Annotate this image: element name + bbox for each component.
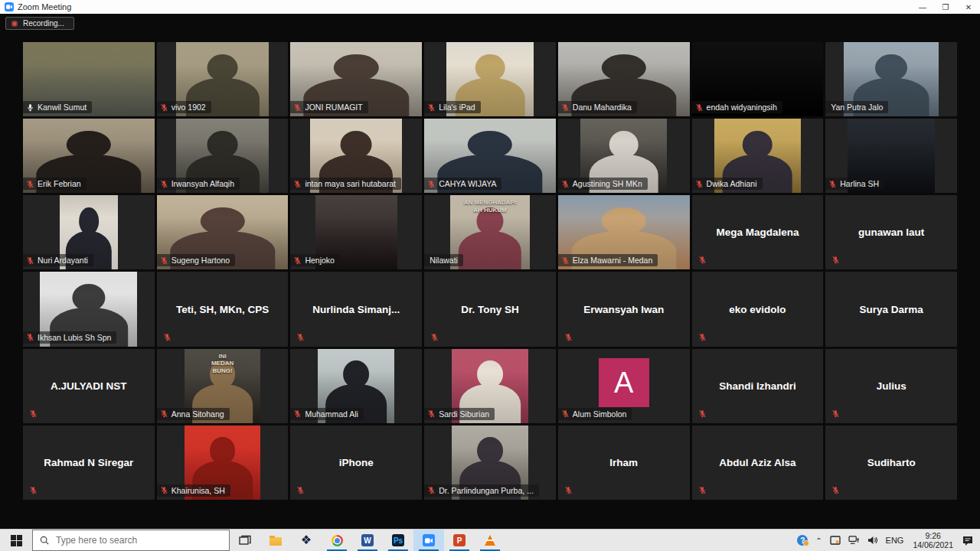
participant-tile[interactable]: Mega Magdalena — [692, 195, 824, 269]
muted-mic-icon — [698, 333, 707, 341]
taskbar-photoshop-button[interactable]: Ps — [383, 530, 413, 551]
participant-tile[interactable]: gunawan laut — [825, 195, 957, 269]
taskbar-word-button[interactable]: W — [352, 530, 383, 551]
participant-tile[interactable]: Nuri Ardayanti — [23, 195, 155, 269]
participant-tile[interactable]: Sudiharto — [825, 425, 957, 500]
recording-indicator[interactable]: Recording... — [5, 17, 74, 30]
participant-tile[interactable]: Elza Mawarni - Medan — [558, 195, 690, 269]
participant-name: Irham — [558, 425, 690, 500]
action-center-icon[interactable] — [959, 536, 977, 546]
participant-tile[interactable]: Agustining SH MKn — [558, 119, 690, 193]
participant-tile[interactable]: Yan Putra Jalo — [825, 42, 957, 116]
language-indicator[interactable]: ENG — [882, 536, 908, 545]
participant-tile[interactable]: eko evidolo — [692, 272, 824, 346]
muted-mic-icon — [561, 180, 570, 188]
muted-mic-icon — [26, 333, 34, 341]
restore-button[interactable]: ❐ — [934, 0, 957, 14]
start-button[interactable] — [0, 530, 32, 551]
close-button[interactable]: ✕ — [957, 0, 980, 14]
participant-tile[interactable]: iPhone — [290, 425, 422, 500]
participant-tile[interactable]: Surya Darma — [825, 272, 957, 346]
participant-tile[interactable]: Khairunisa, SH — [157, 425, 289, 500]
search-input[interactable] — [54, 534, 222, 546]
participant-tile[interactable]: Kanwil Sumut — [23, 42, 155, 116]
participant-tile[interactable]: INI MEDAN BUNG!Anna Sitohang — [157, 349, 289, 423]
participant-name: Sardi Siburian — [439, 409, 489, 419]
muted-mic-icon — [831, 409, 840, 418]
participant-tile[interactable]: AAlum Simbolon — [558, 349, 690, 423]
name-label: Sugeng Hartono — [157, 254, 235, 266]
participant-tile[interactable]: Dr. Parlindungan Purba, ... — [424, 425, 556, 500]
name-label: Dr. Parlindungan Purba, ... — [424, 484, 539, 497]
participant-tile[interactable]: Muhammad Ali — [290, 349, 422, 423]
participant-tile[interactable]: Sugeng Hartono — [157, 195, 289, 269]
network-icon[interactable] — [844, 536, 864, 545]
participant-name: Julius — [825, 349, 957, 423]
participant-tile[interactable]: Erwansyah Iwan — [558, 272, 690, 346]
volume-icon[interactable] — [864, 536, 882, 545]
participant-tile[interactable]: AN MENGHADAPI AH HUKUMNilawati — [424, 195, 556, 269]
participant-tile[interactable]: Irwansyah Alfaqih — [157, 119, 289, 193]
taskbar-file-explorer-button[interactable] — [260, 530, 291, 551]
word-icon: W — [361, 534, 374, 546]
muted-mic-icon — [26, 180, 34, 188]
tray-monitor-icon[interactable] — [826, 536, 844, 546]
participant-tile[interactable]: A.JULYADI NST — [23, 349, 155, 423]
system-tray: ? ⌃ ENG 9:26 14/06/2021 — [793, 530, 980, 551]
participant-tile[interactable]: Dwika Adhiani — [692, 119, 824, 193]
participant-tile[interactable]: Abdul Aziz Alsa — [692, 425, 824, 500]
participant-tile[interactable]: Harlina SH — [825, 119, 957, 193]
taskbar-dropbox-button[interactable]: ❖ — [291, 530, 322, 551]
minimize-button[interactable]: ― — [911, 0, 934, 14]
name-label: CAHYA WIJAYA — [424, 178, 501, 190]
participant-tile[interactable]: Nurlinda Simanj... — [290, 272, 422, 346]
tray-expand-chevron-icon[interactable]: ⌃ — [812, 536, 825, 545]
help-icon[interactable]: ? — [793, 535, 812, 546]
participant-tile[interactable]: intan maya sari hutabarat — [290, 119, 422, 193]
participant-tile[interactable]: JONI RUMAGIT — [290, 42, 422, 116]
participant-name: Irwansyah Alfaqih — [172, 179, 234, 188]
taskbar-chrome-button[interactable] — [322, 530, 352, 551]
participant-tile[interactable]: Dr. Tony SH — [424, 272, 556, 346]
taskbar-task-view-button[interactable] — [230, 530, 260, 551]
participant-tile[interactable]: Shandi Izhandri — [692, 349, 824, 423]
participant-name: Muhammad Ali — [305, 409, 358, 419]
window-title: Zoom Meeting — [18, 2, 71, 11]
participant-tile[interactable]: Rahmad N Siregar — [23, 425, 155, 500]
clock[interactable]: 9:26 14/06/2021 — [907, 531, 959, 549]
muted-mic-icon — [160, 486, 168, 494]
name-label: Agustining SH MKn — [558, 178, 648, 190]
participant-tile[interactable]: Danu Mahardika — [558, 42, 690, 116]
mic-icon — [26, 103, 34, 112]
participant-tile[interactable]: vivo 1902 — [157, 42, 289, 116]
participant-name: vivo 1902 — [172, 103, 206, 112]
participant-tile[interactable]: Sardi Siburian — [424, 349, 556, 423]
participant-tile[interactable]: Erik Febrian — [23, 119, 155, 193]
participant-tile[interactable]: endah widyaningsih — [692, 42, 824, 116]
participant-name: Nilawati — [430, 256, 458, 265]
muted-mic-icon — [831, 256, 840, 264]
muted-mic-icon — [29, 486, 38, 494]
participant-name: Anna Sitohang — [172, 409, 224, 419]
taskbar-zoom-button[interactable] — [413, 530, 444, 551]
participant-tile[interactable]: Julius — [825, 349, 957, 423]
participant-tile[interactable]: CAHYA WIJAYA — [424, 119, 556, 193]
file-explorer-icon — [270, 537, 282, 546]
participant-name: Dr. Tony SH — [424, 272, 556, 346]
muted-mic-icon — [564, 333, 573, 341]
participant-tile[interactable]: Teti, SH, MKn, CPS — [157, 272, 289, 346]
dropbox-icon: ❖ — [301, 534, 312, 546]
name-label: Irwansyah Alfaqih — [157, 178, 240, 190]
name-label: Dwika Adhiani — [692, 178, 763, 190]
participant-tile[interactable]: Irham — [558, 425, 690, 500]
taskbar-powerpoint-button[interactable]: P — [444, 530, 475, 551]
participant-name: Dwika Adhiani — [707, 179, 757, 188]
participant-tile[interactable]: Lila's iPad — [424, 42, 556, 116]
muted-mic-icon — [163, 333, 172, 341]
muted-mic-icon — [561, 256, 570, 265]
participant-tile[interactable]: Ikhsan Lubis Sh Spn — [23, 272, 155, 346]
taskbar-search[interactable] — [32, 530, 230, 551]
muted-mic-icon — [695, 103, 704, 112]
taskbar-vlc-button[interactable] — [475, 530, 505, 551]
participant-tile[interactable]: Henjoko — [290, 195, 422, 269]
